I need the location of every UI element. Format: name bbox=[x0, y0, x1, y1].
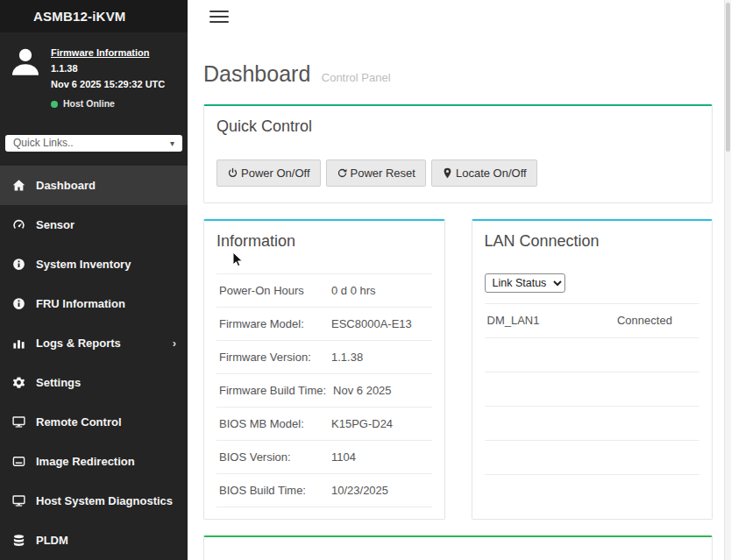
gear-icon bbox=[11, 376, 26, 389]
cards-row: Information Power-On Hours0 d 0 hrsFirmw… bbox=[203, 219, 713, 520]
info-row-firmware-version: Firmware Version:1.1.38 bbox=[216, 341, 432, 374]
app-window: ASMB12-iKVM Firmware Information 1.1.38 … bbox=[0, 0, 731, 560]
page-subtitle: Control Panel bbox=[322, 71, 391, 84]
caret-down-icon: ▾ bbox=[170, 138, 174, 148]
bottom-card-partial bbox=[203, 535, 713, 560]
sidebar-item-system-inventory[interactable]: System Inventory bbox=[0, 245, 188, 284]
info-row-label: Firmware Version: bbox=[219, 351, 324, 364]
sidebar-item-label: Image Redirection bbox=[36, 455, 135, 468]
drive-icon bbox=[11, 455, 26, 468]
info-row-label: Power-On Hours bbox=[219, 284, 324, 297]
sidebar-item-label: Settings bbox=[36, 376, 81, 389]
database-icon bbox=[11, 534, 26, 547]
power-icon bbox=[227, 167, 238, 179]
sidebar-item-label: Dashboard bbox=[36, 179, 96, 192]
button-label: Power Reset bbox=[351, 167, 415, 180]
sidebar-item-label: Host System Diagnostics bbox=[36, 494, 173, 507]
info-row-label: Firmware Build Time: bbox=[219, 384, 326, 397]
locate-icon bbox=[442, 167, 453, 179]
information-table: Power-On Hours0 d 0 hrsFirmware Model:ES… bbox=[216, 273, 432, 507]
host-status: Host Online bbox=[51, 96, 165, 111]
sidebar-item-label: Sensor bbox=[36, 218, 75, 231]
sidebar-item-settings[interactable]: Settings bbox=[0, 363, 188, 402]
monitor-icon bbox=[11, 415, 26, 429]
information-card: Information Power-On Hours0 d 0 hrsFirmw… bbox=[203, 219, 445, 520]
info-row-label: BIOS MB Model: bbox=[219, 417, 324, 430]
page-title: Dashboard bbox=[203, 61, 310, 86]
info-row-value: ESC8000A-E13 bbox=[324, 317, 429, 330]
info-row-value: 1.1.38 bbox=[324, 351, 429, 364]
app-title: ASMB12-iKVM bbox=[0, 0, 188, 32]
info-row-bios-build-time: BIOS Build Time:10/23/2025 bbox=[216, 474, 432, 507]
lan-table: DM_LAN1Connected bbox=[485, 303, 700, 475]
info-row-value: 1104 bbox=[324, 450, 429, 464]
quick-links-label: Quick Links.. bbox=[13, 137, 74, 149]
information-title: Information bbox=[216, 232, 432, 251]
sidebar-item-remote-control[interactable]: Remote Control bbox=[0, 402, 188, 442]
info-row-value: 0 d 0 hrs bbox=[324, 284, 429, 297]
lan-row-empty bbox=[485, 407, 700, 441]
sidebar-item-dashboard[interactable]: Dashboard bbox=[0, 166, 188, 205]
chevron-right-icon: › bbox=[173, 337, 176, 350]
info-row-label: BIOS Version: bbox=[219, 450, 324, 464]
locate-on-off-button[interactable]: Locate On/Off bbox=[431, 159, 537, 187]
lan-row-dm-lan1: DM_LAN1Connected bbox=[485, 304, 700, 338]
firmware-info-block: Firmware Information 1.1.38 Nov 6 2025 1… bbox=[51, 45, 165, 112]
info-row-bios-mb-model: BIOS MB Model:K15PG-D24 bbox=[216, 408, 432, 441]
sidebar-menu: DashboardSensorSystem InventoryFRU Infor… bbox=[0, 166, 188, 560]
monitor-icon bbox=[11, 494, 26, 507]
chart-icon bbox=[11, 337, 26, 350]
reset-icon bbox=[337, 167, 348, 179]
info-row-value: 10/23/2025 bbox=[324, 484, 429, 497]
quick-control-buttons: Power On/OffPower ResetLocate On/Off bbox=[216, 159, 699, 191]
link-status-select[interactable]: Link Status bbox=[485, 273, 565, 293]
power-reset-button[interactable]: Power Reset bbox=[326, 159, 426, 187]
page-head: Dashboard Control Panel bbox=[203, 61, 713, 87]
info-icon bbox=[11, 297, 26, 310]
info-icon bbox=[11, 258, 26, 271]
sidebar-item-fru-information[interactable]: FRU Information bbox=[0, 284, 188, 323]
firmware-information-link[interactable]: Firmware Information bbox=[51, 45, 149, 60]
gauge-icon bbox=[11, 218, 26, 231]
scrollbar-thumb[interactable] bbox=[726, 3, 730, 152]
quick-control-title: Quick Control bbox=[216, 117, 699, 136]
sidebar-item-label: FRU Information bbox=[36, 297, 125, 310]
button-label: Locate On/Off bbox=[456, 167, 527, 180]
lan-row-empty bbox=[485, 372, 700, 407]
sidebar-item-label: System Inventory bbox=[36, 258, 131, 271]
main-area: Dashboard Control Panel Quick Control Po… bbox=[188, 0, 731, 560]
home-icon bbox=[11, 179, 26, 192]
quick-links-dropdown[interactable]: Quick Links.. ▾ bbox=[5, 135, 182, 152]
info-row-value: Nov 6 2025 bbox=[326, 384, 429, 397]
info-row-label: BIOS Build Time: bbox=[219, 484, 324, 497]
sidebar-item-label: Remote Control bbox=[36, 415, 122, 429]
sidebar-item-label: PLDM bbox=[36, 534, 68, 547]
info-row-value: K15PG-D24 bbox=[324, 417, 429, 430]
sidebar: ASMB12-iKVM Firmware Information 1.1.38 … bbox=[0, 0, 188, 560]
main-content: Dashboard Control Panel Quick Control Po… bbox=[188, 33, 731, 560]
info-row-firmware-build-time: Firmware Build Time:Nov 6 2025 bbox=[216, 374, 432, 408]
quick-control-card: Quick Control Power On/OffPower ResetLoc… bbox=[203, 104, 713, 203]
menu-toggle-button[interactable] bbox=[209, 11, 229, 24]
user-avatar-icon bbox=[9, 45, 42, 112]
info-row-power-on-hours: Power-On Hours0 d 0 hrs bbox=[216, 274, 432, 308]
scrollbar[interactable] bbox=[724, 0, 731, 560]
sidebar-item-host-system-diagnostics[interactable]: Host System Diagnostics bbox=[0, 481, 188, 521]
button-label: Power On/Off bbox=[241, 167, 310, 180]
info-row-label: Firmware Model: bbox=[219, 317, 324, 330]
lan-interface-status: Connected bbox=[617, 314, 697, 328]
host-online-dot bbox=[51, 101, 58, 108]
user-panel: Firmware Information 1.1.38 Nov 6 2025 1… bbox=[0, 32, 188, 119]
sidebar-item-image-redirection[interactable]: Image Redirection bbox=[0, 442, 188, 481]
power-on-off-button[interactable]: Power On/Off bbox=[216, 159, 321, 187]
sidebar-item-sensor[interactable]: Sensor bbox=[0, 205, 188, 245]
sidebar-item-logs-reports[interactable]: Logs & Reports› bbox=[0, 323, 188, 363]
host-status-label: Host Online bbox=[63, 96, 115, 111]
sidebar-item-pldm[interactable]: PLDM bbox=[0, 521, 188, 560]
lan-connection-card: LAN Connection Link Status DM_LAN1Connec… bbox=[472, 219, 713, 520]
lan-connection-title: LAN Connection bbox=[485, 232, 700, 251]
sidebar-item-label: Logs & Reports bbox=[36, 337, 121, 350]
firmware-version: 1.1.38 bbox=[51, 60, 165, 76]
lan-interface-name: DM_LAN1 bbox=[487, 314, 617, 328]
lan-row-empty bbox=[485, 338, 700, 372]
